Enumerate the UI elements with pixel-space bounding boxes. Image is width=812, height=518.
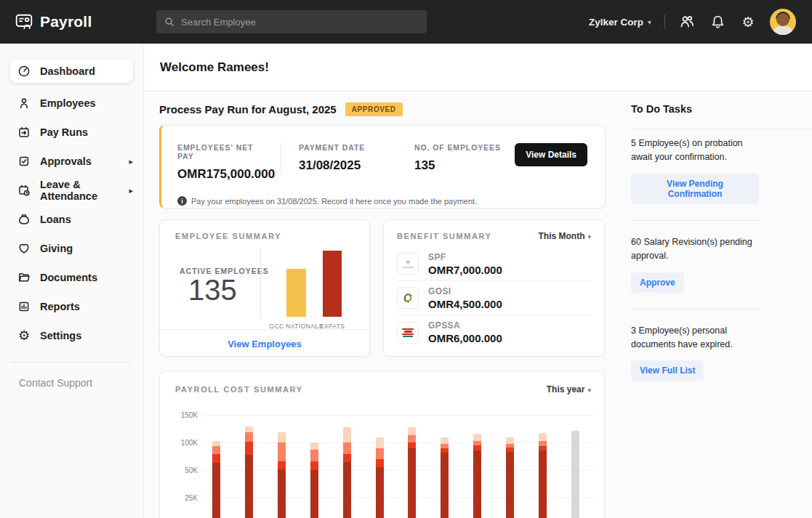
notifications-bell-icon[interactable] [709,13,726,31]
view-pending-confirmation-button[interactable]: View Pending Confirmation [631,174,759,204]
stat-value: 135 [414,158,501,173]
sidebar-item-giving[interactable]: Giving [0,234,143,263]
benefit-summary-header: BENEFIT SUMMARY This Month▾ [397,231,591,241]
payroll-cost-card: PAYROLL COST SUMMARY This year▾ 150K100K… [159,371,605,518]
org-selector[interactable]: Zylker Corp ▾ [589,17,651,28]
stat-payment-date: PAYMENT DATE 31/08/2025 [299,143,397,173]
sidebar-item-label: Giving [40,243,73,254]
cost-period-dropdown[interactable]: This year▾ [547,384,591,394]
approve-button[interactable]: Approve [631,272,684,293]
cost-bar-segment [245,442,253,455]
settings-gear-icon[interactable]: ⚙ [739,13,757,31]
cost-bar-segment [310,470,318,518]
benefit-summary-card: BENEFIT SUMMARY This Month▾ ✳ SPF OMR7,0… [383,219,605,357]
payrun-title: Process Pay Run for August, 2025 [159,103,337,116]
money-bag-icon [17,213,31,226]
sidebar-item-reports[interactable]: Reports [0,292,143,321]
stat-label: NO. OF EMPLOYEES [414,143,501,152]
chevron-down-icon: ▾ [587,387,591,394]
page-title: Welcome Ramees! [160,60,269,75]
top-bar: Payroll Zylker Corp ▾ [0,0,812,44]
dashboard-icon [17,65,31,78]
sidebar-item-label: Dashboard [40,65,95,77]
calendar-arrow-icon [17,126,31,139]
sidebar-item-loans[interactable]: Loans [0,205,143,234]
cost-bar-segment [343,462,351,518]
benefit-period-dropdown[interactable]: This Month▾ [538,231,591,241]
calendar-clock-icon [17,184,31,197]
cost-bar-segment [506,437,514,443]
app-name: Payroll [40,13,92,31]
task-text: 60 Salary Revision(s) pending approval. [631,235,759,264]
cost-bar-segment [506,452,514,518]
cost-bar-segment [539,446,547,451]
gridline [203,415,593,416]
y-axis-label: 150K [170,411,198,419]
benefit-name: SPF [428,252,502,262]
sidebar-item-settings[interactable]: ⚙ Settings [0,321,143,350]
org-name: Zylker Corp [589,17,643,28]
cost-bar-segment [408,442,416,448]
task-divider [631,220,759,221]
sidebar-item-dashboard[interactable]: Dashboard [10,60,133,83]
stat-net-pay: EMPLOYEES' NET PAY OMR175,000.000 [177,143,263,182]
payrun-card: EMPLOYEES' NET PAY OMR175,000.000 PAYMEN… [159,125,606,209]
cost-bar-segment [408,448,416,518]
cost-bar-segment [212,441,220,446]
stat-value: 31/08/2025 [299,158,397,173]
cost-bar-segment [539,433,547,441]
search-box[interactable] [156,10,427,33]
sidebar-item-documents[interactable]: Documents [0,263,143,292]
cost-bar-projected [571,431,579,518]
cost-bar-segment [212,446,220,454]
sidebar-item-leave-attendance[interactable]: Leave & Attendance ▸ [0,176,143,205]
cost-bar-segment [441,448,449,453]
stat-label: PAYMENT DATE [299,143,397,152]
cost-bar-segment [441,444,449,448]
y-axis-label: 100K [170,439,198,447]
cost-bar-segment [376,437,384,448]
employee-mini-bar-label: EXPATS [300,323,365,330]
chevron-down-icon: ▾ [587,233,591,240]
contact-support-link[interactable]: Contact Support [0,363,143,389]
stat-separator [281,143,281,175]
benefit-name: GPSSA [428,320,502,331]
bar-chart-icon [17,300,31,313]
chevron-right-icon: ▸ [129,186,133,195]
sidebar-item-label: Reports [40,301,80,312]
spf-logo: ✳ [397,253,419,275]
users-icon[interactable] [678,13,696,31]
stat-employee-count: NO. OF EMPLOYEES 135 [414,143,501,173]
sidebar-item-label: Leave & Attendance [40,179,119,202]
sidebar-item-approvals[interactable]: Approvals ▸ [0,147,143,176]
gridline [203,498,593,498]
heart-icon [17,242,31,255]
task-divider [631,309,759,309]
app-logo[interactable]: Payroll [0,12,92,31]
person-icon [17,97,31,110]
cost-bar-segment [310,450,318,461]
task-text: 3 Employee(s) personal documents have ex… [631,324,759,352]
folder-icon [17,271,31,284]
gpssa-logo [397,322,419,344]
view-full-list-button[interactable]: View Full List [631,360,704,381]
sidebar-item-label: Settings [40,330,81,341]
sidebar-item-pay-runs[interactable]: Pay Runs [0,118,143,147]
employee-mini-bar [323,251,342,317]
cost-bar-segment [376,459,384,467]
employee-mini-bar [286,269,306,317]
cost-bar-segment [473,450,481,518]
employee-card-footer: View Employees [160,329,369,357]
user-avatar[interactable] [770,9,796,35]
view-employees-link[interactable]: View Employees [228,339,302,349]
search-input[interactable] [181,17,419,28]
todo-list: 5 Employee(s) on probation await your co… [631,137,759,381]
cost-bar-segment [506,448,514,452]
cost-bar-segment [343,427,351,442]
cost-bar-segment [408,435,416,442]
view-details-button[interactable]: View Details [515,143,587,166]
cost-bar-segment [310,461,318,470]
sidebar-item-employees[interactable]: Employees [0,89,143,118]
cost-bar-segment [310,442,318,450]
chevron-right-icon: ▸ [129,157,133,166]
